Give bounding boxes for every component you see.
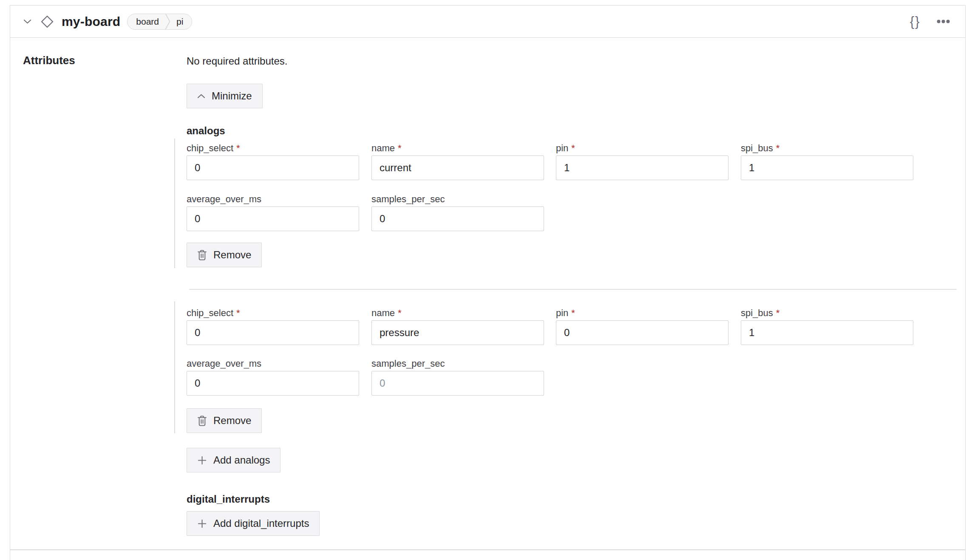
chevron-down-icon	[23, 19, 31, 24]
field-name: name*	[371, 143, 544, 180]
field-label: samples_per_sec	[371, 358, 445, 369]
component-name: my-board	[62, 14, 120, 29]
component-type-chip: board pi	[127, 14, 192, 30]
header-actions: {}	[907, 13, 965, 30]
no-required-attributes-note: No required attributes.	[187, 55, 287, 67]
chip-select-input[interactable]	[187, 320, 359, 345]
remove-analog-button[interactable]: Remove	[187, 243, 262, 267]
required-asterisk: *	[236, 143, 240, 153]
samples-per-sec-input[interactable]	[371, 206, 544, 231]
section-divider	[10, 549, 965, 550]
field-samples-per-sec: samples_per_sec	[371, 358, 544, 396]
field-label: chip_select	[187, 308, 233, 318]
plus-icon	[197, 455, 207, 465]
spi-bus-input[interactable]	[741, 320, 913, 345]
entry-indent-line	[174, 139, 175, 268]
pin-input[interactable]	[556, 320, 728, 345]
field-spi-bus: spi_bus*	[741, 143, 913, 180]
entry-separator	[189, 289, 957, 290]
digital-interrupts-group-label: digital_interrupts	[187, 493, 270, 505]
braces-icon: {}	[910, 15, 921, 28]
pin-input[interactable]	[556, 156, 728, 180]
field-label: spi_bus	[741, 308, 773, 318]
trash-icon	[197, 250, 207, 260]
add-digital-interrupts-button[interactable]: Add digital_interrupts	[187, 511, 320, 536]
field-label: name	[371, 143, 395, 153]
field-label: samples_per_sec	[371, 194, 445, 204]
code-view-button[interactable]: {}	[907, 13, 924, 30]
attributes-heading: Attributes	[23, 54, 75, 67]
required-asterisk: *	[571, 308, 575, 318]
required-asterisk: *	[776, 308, 780, 318]
field-chip-select: chip_select*	[187, 143, 359, 180]
remove-label: Remove	[213, 415, 251, 427]
collapse-chevron-icon[interactable]	[21, 15, 34, 28]
field-label: pin	[556, 308, 568, 318]
minimize-button[interactable]: Minimize	[187, 84, 263, 108]
name-input[interactable]	[371, 320, 544, 345]
field-label: name	[371, 308, 395, 318]
field-spi-bus: spi_bus*	[741, 308, 913, 345]
menu-button[interactable]	[935, 13, 952, 30]
add-analogs-button[interactable]: Add analogs	[187, 448, 281, 472]
required-asterisk: *	[776, 143, 780, 153]
ellipsis-icon	[937, 20, 950, 23]
chip-select-input[interactable]	[187, 156, 359, 180]
page: my-board board pi {}	[0, 0, 975, 560]
component-diamond-icon	[40, 15, 54, 28]
field-pin: pin*	[556, 143, 728, 180]
remove-label: Remove	[213, 249, 251, 261]
required-asterisk: *	[236, 308, 240, 318]
field-label: average_over_ms	[187, 194, 261, 204]
field-average-over-ms: average_over_ms	[187, 194, 359, 231]
average-over-ms-input[interactable]	[187, 371, 359, 396]
field-label: chip_select	[187, 143, 233, 153]
average-over-ms-input[interactable]	[187, 206, 359, 231]
field-samples-per-sec: samples_per_sec	[371, 194, 544, 231]
field-label: average_over_ms	[187, 358, 261, 369]
chevron-up-icon	[197, 93, 205, 99]
analogs-group-label: analogs	[187, 125, 225, 137]
add-digital-interrupts-label: Add digital_interrupts	[213, 518, 309, 529]
field-name: name*	[371, 308, 544, 345]
samples-per-sec-input[interactable]	[371, 371, 544, 396]
component-card: my-board board pi {}	[10, 5, 966, 560]
entry-indent-line	[174, 301, 175, 433]
plus-icon	[197, 519, 207, 529]
field-label: pin	[556, 143, 568, 153]
remove-analog-button[interactable]: Remove	[187, 408, 262, 433]
name-input[interactable]	[371, 156, 544, 180]
required-asterisk: *	[571, 143, 575, 153]
field-pin: pin*	[556, 308, 728, 345]
minimize-label: Minimize	[212, 90, 252, 102]
card-header: my-board board pi {}	[10, 6, 965, 38]
required-asterisk: *	[398, 143, 402, 153]
add-analogs-label: Add analogs	[213, 454, 270, 466]
spi-bus-input[interactable]	[741, 156, 913, 180]
chip-type-label: board	[136, 17, 159, 26]
chip-separator-chevron-icon	[165, 14, 170, 29]
required-asterisk: *	[398, 308, 402, 318]
chip-model-label: pi	[176, 17, 183, 26]
field-average-over-ms: average_over_ms	[187, 358, 359, 396]
trash-icon	[197, 416, 207, 426]
field-chip-select: chip_select*	[187, 308, 359, 345]
field-label: spi_bus	[741, 143, 773, 153]
